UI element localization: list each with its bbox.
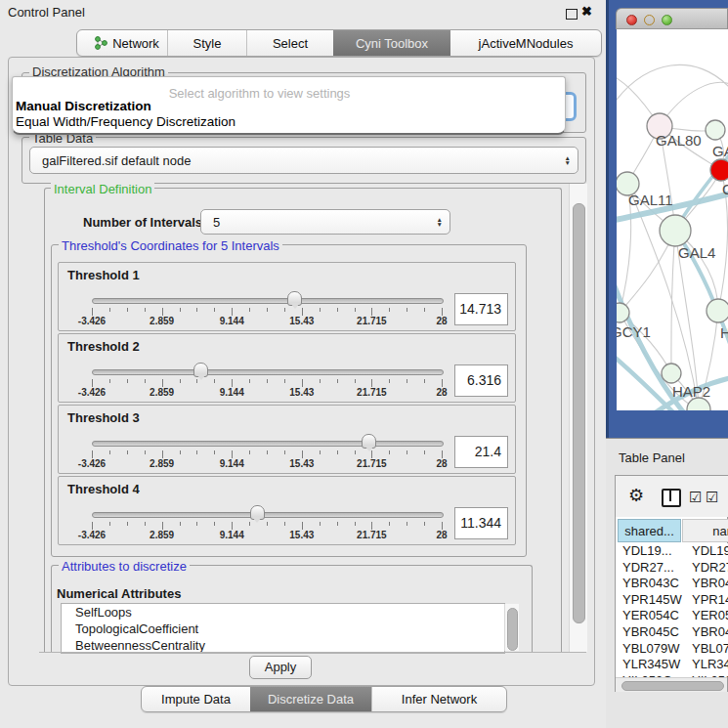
table-hscrollbar[interactable] xyxy=(616,677,727,692)
table-row[interactable]: YDR27...YDR27... xyxy=(618,560,728,577)
panel-title: Control Panel xyxy=(8,5,85,20)
slider-tick xyxy=(196,450,197,454)
slider-track[interactable] xyxy=(92,512,444,518)
slider-tick-label: 2.859 xyxy=(133,387,192,398)
slider-thumb[interactable] xyxy=(193,363,208,377)
network-window-titlebar[interactable] xyxy=(616,8,728,29)
slider-tick xyxy=(162,522,163,530)
panel-scrollbar[interactable] xyxy=(569,184,587,652)
threshold-value-field[interactable]: 14.713 xyxy=(454,293,508,325)
slider-tick xyxy=(180,379,181,383)
dropdown-item-manual-discretization[interactable]: Manual Discretization xyxy=(15,99,151,113)
attributes-scrollbar-thumb[interactable] xyxy=(507,608,518,651)
slider-tick xyxy=(424,308,425,312)
cell-shared-name: YER054C xyxy=(618,608,685,624)
slider-tick xyxy=(232,522,233,530)
column-header-shared-name[interactable]: shared... xyxy=(618,519,681,542)
network-node[interactable] xyxy=(662,364,681,383)
cell-name: YBR043C xyxy=(685,576,728,592)
threshold-row: Threshold 2-3.4262.8599.14415.4321.71528… xyxy=(58,333,516,403)
tab-cyni-toolbox[interactable]: Cyni Toolbox xyxy=(333,30,450,56)
table-row[interactable]: YPR145WYPR145W xyxy=(618,592,728,609)
node-label: GAL11 xyxy=(628,192,673,208)
slider-tick xyxy=(284,450,285,454)
zoom-traffic-icon[interactable] xyxy=(662,15,672,25)
slider-tick xyxy=(355,450,356,454)
number-of-intervals-combobox[interactable]: 5 ▲▼ xyxy=(200,209,450,235)
panel-scrollbar-thumb[interactable] xyxy=(573,203,585,623)
slider-tick xyxy=(424,379,425,383)
tab-network[interactable]: Network xyxy=(77,30,167,56)
slider-track[interactable] xyxy=(92,298,444,304)
combo-stepper-icon: ▲▼ xyxy=(565,155,578,165)
cell-name: YPR145W xyxy=(685,592,728,609)
slider-tick xyxy=(371,450,372,458)
attribute-list-item[interactable]: TopologicalCoefficient xyxy=(62,621,504,637)
slider-tick xyxy=(371,308,372,316)
attributes-scrollbar[interactable] xyxy=(504,604,519,651)
slider-tick xyxy=(284,379,285,383)
table-row[interactable]: YBL079WYBL079W xyxy=(618,641,728,658)
tab-select[interactable]: Select xyxy=(246,30,333,56)
tab-style[interactable]: Style xyxy=(167,30,246,56)
threshold-value-field[interactable]: 21.4 xyxy=(454,436,508,468)
minimize-traffic-icon[interactable] xyxy=(644,15,655,25)
slider-thumb[interactable] xyxy=(362,434,376,449)
table-rows[interactable]: YDL19...YDL19...YDR27...YDR27...YBR043CY… xyxy=(618,543,728,677)
dropdown-item-equal-width-frequency[interactable]: Equal Width/Frequency Discretization xyxy=(15,114,236,129)
slider-tick-label: -3.426 xyxy=(63,387,121,398)
slider-tick xyxy=(302,450,303,458)
slider-tick xyxy=(232,450,233,458)
table-data-combobox[interactable]: galFiltered.sif default node ▲▼ xyxy=(29,147,578,174)
slider-tick xyxy=(180,308,181,312)
attributes-group-title: Attributes to discretize xyxy=(59,559,190,574)
network-node[interactable] xyxy=(707,299,728,322)
attribute-list-item[interactable]: SelfLoops xyxy=(62,604,504,621)
checkbox-icon[interactable]: ☑ xyxy=(706,489,718,506)
slider-tick xyxy=(127,522,128,526)
slider-tick xyxy=(407,450,407,454)
table-hscrollbar-thumb[interactable] xyxy=(621,681,724,691)
column-header-name[interactable]: name xyxy=(682,519,728,542)
slider-tick-label: 15.43 xyxy=(273,387,331,398)
close-traffic-icon[interactable] xyxy=(626,15,637,25)
table-row[interactable]: YBR043CYBR043C xyxy=(618,576,728,592)
threshold-row: Threshold 1-3.4262.8599.14415.4321.71528… xyxy=(58,262,516,331)
slider-track[interactable] xyxy=(92,369,444,375)
tab-infer-network[interactable]: Infer Network xyxy=(371,687,506,711)
table-panel-title: Table Panel xyxy=(619,450,685,465)
table-row[interactable]: YDL19...YDL19... xyxy=(618,543,728,560)
slider-tick xyxy=(355,308,356,312)
network-node[interactable] xyxy=(710,159,728,181)
slider-tick xyxy=(302,379,303,387)
thresholds-groupbox: Threshold 1-3.4262.8599.14415.4321.71528… xyxy=(51,244,527,557)
apply-button[interactable]: Apply xyxy=(249,656,312,679)
slider-track[interactable] xyxy=(92,441,444,447)
tab-discretize-data[interactable]: Discretize Data xyxy=(250,687,371,711)
slider-tick xyxy=(320,308,321,312)
threshold-value-field[interactable]: 6.316 xyxy=(454,364,508,397)
checkbox-icon[interactable]: ☑ xyxy=(689,489,702,506)
network-node[interactable] xyxy=(706,120,725,140)
slider-thumb[interactable] xyxy=(250,505,265,520)
close-icon[interactable]: ✖ xyxy=(581,4,592,19)
numerical-attributes-list[interactable]: SelfLoopsTopologicalCoefficientBetweenne… xyxy=(61,603,505,654)
table-row[interactable]: YBR045CYBR045C xyxy=(618,624,728,641)
slider-tick xyxy=(355,379,356,383)
tab-label: Network xyxy=(112,36,159,51)
network-canvas[interactable]: GAL80GACGAL11GAL4GCY1HHAP2 xyxy=(617,29,728,410)
columns-icon[interactable] xyxy=(662,489,681,507)
threshold-row: Threshold 4-3.4262.8599.14415.4321.71528… xyxy=(58,476,516,545)
table-row[interactable]: YLR345WYLR345W xyxy=(618,657,728,673)
table-row[interactable]: YER054CYER054C xyxy=(618,608,728,624)
slider-tick xyxy=(320,379,321,383)
slider-tick xyxy=(442,379,443,387)
tab-jactivemnodules[interactable]: jActiveMNodules xyxy=(450,30,601,56)
slider-tick xyxy=(162,450,163,458)
float-window-icon[interactable] xyxy=(566,9,578,20)
tab-impute-data[interactable]: Impute Data xyxy=(142,687,250,711)
threshold-value-field[interactable]: 11.344 xyxy=(454,507,508,539)
gear-icon[interactable]: ⚙ xyxy=(628,485,644,506)
network-node[interactable] xyxy=(660,215,691,246)
slider-thumb[interactable] xyxy=(287,291,302,306)
